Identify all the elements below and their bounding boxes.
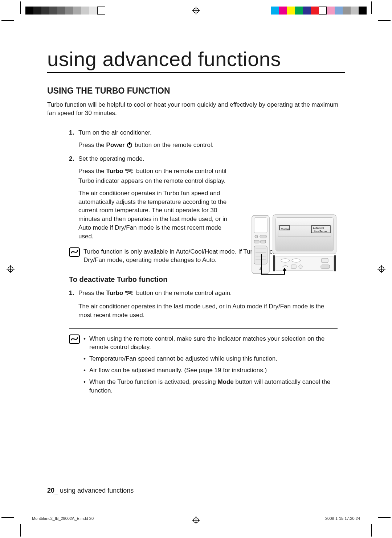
page-title: using advanced functions (47, 47, 345, 73)
step-text: Press the Turbo TURBO button on the remo… (78, 289, 338, 299)
crop-mark (371, 524, 372, 537)
svg-rect-25 (322, 258, 328, 263)
diagram-label-cool: Cool (319, 227, 324, 229)
diagram-label-auto: Auto (313, 227, 319, 229)
note-icon (69, 247, 80, 265)
diagram-label-heat: Heat (314, 230, 320, 233)
remote-display-diagram: Turbo AutoCool HeatTurbo (250, 213, 338, 278)
deactivate-step-1: 1. Press the Turbo TURBO button on the r… (69, 289, 338, 319)
svg-rect-26 (291, 265, 296, 268)
svg-point-27 (299, 265, 302, 268)
svg-rect-5 (129, 142, 130, 145)
slug-timestamp: 2008-1-15 17:20:24 (325, 516, 360, 521)
note-bullet: When the Turbo function is activated, pr… (83, 378, 338, 395)
step-text: Press the Power button on the remote con… (78, 141, 338, 151)
crop-mark (1, 517, 14, 518)
svg-rect-12 (261, 240, 266, 243)
note-block: When using the remote control, make sure… (69, 334, 338, 398)
note-bullet-list: When using the remote control, make sure… (83, 334, 338, 395)
crop-mark (371, 1, 372, 14)
step-number: 2. (69, 155, 78, 241)
crop-mark (20, 1, 21, 14)
crop-mark (378, 517, 391, 518)
section-heading: USING THE TURBO FUNCTION (47, 86, 345, 96)
separator (69, 328, 338, 329)
footer-label: using advanced functions (60, 487, 134, 494)
color-bar (271, 7, 367, 15)
power-icon (126, 141, 133, 151)
note-icon (69, 334, 80, 398)
grayscale-bar (25, 7, 105, 15)
note-bullet: Temperature/Fan speed cannot be adjusted… (83, 354, 338, 363)
diagram-label-turbo2: Turbo (320, 230, 327, 233)
registration-mark-icon (377, 265, 385, 273)
svg-text:TURBO: TURBO (125, 291, 133, 293)
page-content: using advanced functions USING THE TURBO… (47, 47, 345, 398)
crop-mark (20, 524, 21, 537)
step-text: Turn on the air conditioner. (78, 128, 338, 137)
step-text: Press the Turbo TURBO button on the remo… (78, 167, 238, 185)
svg-rect-31 (334, 255, 336, 271)
step-text: The air conditioner operates in Turbo fa… (78, 189, 238, 241)
svg-rect-16 (276, 218, 333, 251)
svg-rect-28 (321, 265, 330, 268)
svg-text:HeatTurbo: HeatTurbo (314, 230, 327, 233)
slug-file: Montblanc2_IB_29002A_E.indd 20 (32, 516, 94, 521)
page-number: 20 (47, 487, 54, 494)
registration-mark-icon (192, 7, 200, 15)
svg-point-24 (292, 259, 301, 262)
turbo-icon: TURBO (125, 290, 134, 299)
crop-mark (1, 20, 14, 21)
svg-rect-8 (254, 218, 267, 233)
registration-mark-icon (7, 265, 15, 273)
svg-text:TURBO: TURBO (125, 169, 133, 171)
turbo-icon: TURBO (125, 168, 134, 177)
svg-point-9 (255, 235, 258, 238)
step-number: 1. (69, 289, 78, 319)
diagram-label-turbo: Turbo (281, 227, 289, 231)
crop-mark (378, 20, 391, 21)
svg-rect-30 (273, 255, 275, 271)
step-1: 1. Turn on the air conditioner. Press th… (69, 128, 338, 151)
svg-point-23 (281, 259, 290, 262)
svg-rect-11 (254, 240, 259, 243)
page-footer: 20_ using advanced functions (47, 487, 134, 494)
note-bullet: When using the remote control, make sure… (83, 334, 338, 352)
note-bullet: Air flow can be adjusted manually. (See … (83, 366, 338, 375)
step-text: The air conditioner operates in the last… (78, 302, 338, 320)
step-number: 1. (69, 128, 78, 151)
step-text: Set the operating mode. (78, 155, 238, 163)
svg-text:AutoCool: AutoCool (313, 227, 324, 229)
section-intro: Turbo function will be helpful to cool o… (47, 101, 345, 118)
svg-rect-10 (260, 235, 266, 238)
registration-mark-icon (192, 516, 200, 524)
